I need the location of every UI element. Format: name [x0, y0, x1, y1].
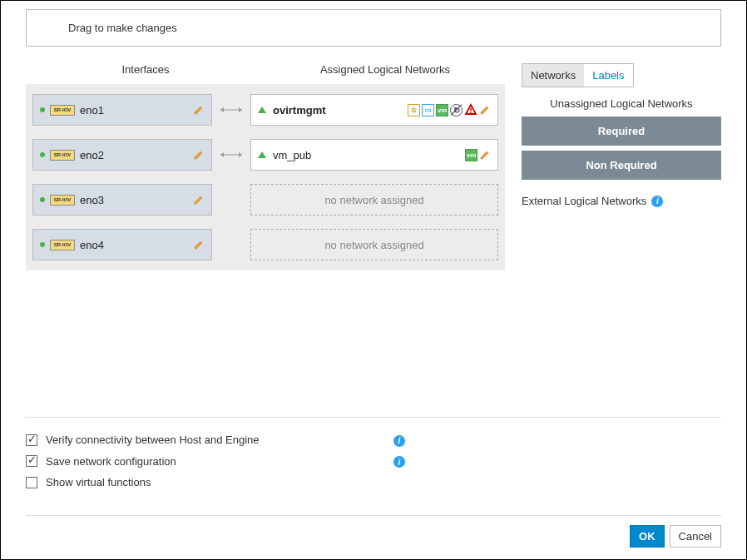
tabs: Networks Labels — [522, 63, 634, 87]
empty-network-slot[interactable]: no network assigned — [250, 229, 498, 260]
connector-icon — [219, 106, 244, 114]
verify-connectivity-checkbox[interactable] — [26, 434, 37, 446]
interface-card-eno4[interactable]: eno4 — [32, 229, 212, 260]
external-networks-label: External Logical Networks — [522, 195, 646, 207]
sriov-badge-icon — [50, 105, 75, 116]
pencil-icon[interactable] — [193, 104, 205, 116]
svg-point-2 — [470, 112, 472, 113]
info-icon[interactable]: i — [393, 456, 405, 468]
status-led-icon — [40, 197, 45, 202]
interface-row: eno4 no network assigned — [32, 229, 498, 260]
display-icon: ▭ — [422, 104, 434, 116]
status-led-icon — [40, 152, 45, 157]
pencil-icon[interactable] — [193, 194, 205, 206]
cancel-button[interactable]: Cancel — [670, 525, 721, 548]
management-icon: ♔ — [408, 104, 420, 116]
network-name: vm_pub — [273, 149, 311, 161]
interface-row: eno2 vm_pub vm — [32, 139, 498, 171]
interface-name: eno2 — [80, 149, 193, 161]
show-vf-label: Show virtual functions — [46, 476, 151, 488]
status-led-icon — [40, 107, 45, 112]
tab-networks[interactable]: Networks — [522, 64, 584, 87]
pencil-icon[interactable] — [479, 149, 491, 161]
info-icon[interactable]: i — [651, 196, 663, 207]
interfaces-column-header: Interfaces — [26, 63, 265, 76]
save-config-label: Save network configuration — [46, 455, 176, 468]
pencil-icon[interactable] — [479, 104, 491, 116]
ok-button[interactable]: OK — [630, 525, 665, 548]
tab-labels[interactable]: Labels — [584, 64, 632, 87]
vm-icon: vm — [465, 149, 477, 161]
warning-icon — [464, 103, 477, 116]
interface-name: eno1 — [80, 104, 193, 116]
required-section[interactable]: Required — [522, 116, 721, 146]
sriov-badge-icon — [50, 240, 75, 250]
verify-connectivity-label: Verify connectivity between Host and Eng… — [46, 434, 260, 446]
options-area: Verify connectivity between Host and Eng… — [26, 417, 721, 493]
unassigned-title: Unassigned Logical Networks — [522, 97, 721, 110]
interface-name: eno4 — [80, 239, 193, 251]
network-card-ovirtmgmt[interactable]: ovirtmgmt ♔ ▭ vm ↻ — [250, 94, 498, 126]
vm-icon: vm — [436, 104, 448, 116]
sriov-badge-icon — [50, 195, 75, 206]
save-config-checkbox[interactable] — [26, 455, 37, 467]
non-required-section[interactable]: Non Required — [522, 151, 721, 180]
up-triangle-icon — [258, 151, 266, 158]
show-vf-checkbox[interactable] — [26, 477, 37, 488]
drag-hint: Drag to make changes — [26, 9, 721, 47]
pencil-icon[interactable] — [193, 239, 205, 250]
network-setup-dialog: Drag to make changes Interfaces Assigned… — [0, 0, 747, 560]
interface-card-eno3[interactable]: eno3 — [32, 184, 212, 216]
connector-icon — [219, 151, 244, 159]
pencil-icon[interactable] — [193, 149, 205, 161]
network-name: ovirtmgmt — [273, 104, 326, 116]
interface-card-eno2[interactable]: eno2 — [32, 139, 212, 171]
interface-row: eno3 no network assigned — [32, 184, 498, 216]
interface-name: eno3 — [80, 194, 193, 206]
up-triangle-icon — [258, 107, 266, 113]
info-icon[interactable]: i — [393, 435, 405, 447]
sriov-badge-icon — [50, 150, 75, 161]
out-of-sync-icon: ↻ — [450, 104, 463, 116]
empty-network-slot[interactable]: no network assigned — [250, 184, 498, 216]
interface-row: eno1 ovirtmgmt ♔ ▭ vm ↻ — [32, 94, 498, 126]
network-card-vm-pub[interactable]: vm_pub vm — [250, 139, 498, 171]
interfaces-panel: eno1 ovirtmgmt ♔ ▭ vm ↻ — [26, 84, 505, 270]
status-led-icon — [40, 242, 45, 247]
assigned-column-header: Assigned Logical Networks — [265, 63, 505, 76]
interface-card-eno1[interactable]: eno1 — [32, 94, 212, 126]
